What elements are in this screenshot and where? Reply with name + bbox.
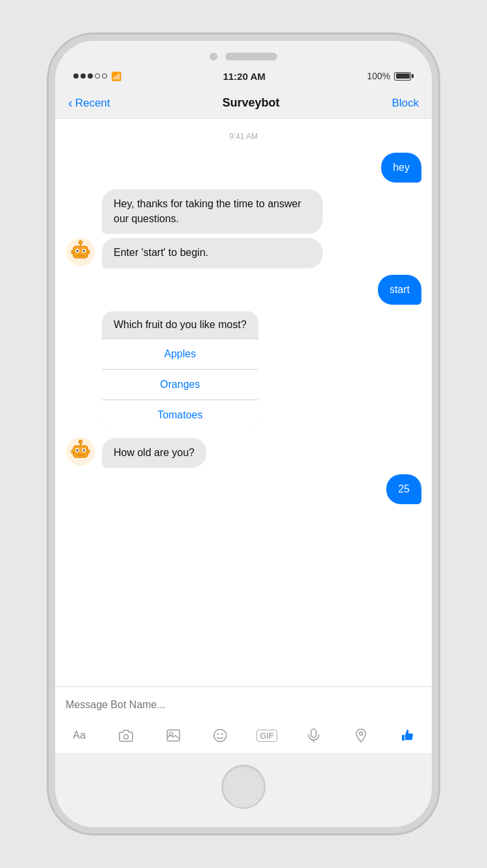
user-bubble: hey bbox=[381, 153, 421, 183]
photo-icon[interactable] bbox=[162, 724, 184, 747]
bot-bubble: How old are you? bbox=[102, 438, 206, 468]
user-bubble: 25 bbox=[386, 474, 421, 504]
svg-rect-10 bbox=[88, 250, 90, 254]
mic-icon[interactable] bbox=[303, 724, 325, 747]
back-button[interactable]: ‹ Recent bbox=[68, 96, 110, 110]
back-label: Recent bbox=[75, 97, 110, 110]
phone-frame: 📶 11:20 AM 100% ‹ Recent Surveybot Block bbox=[49, 34, 438, 834]
front-camera bbox=[210, 53, 218, 60]
svg-point-26 bbox=[217, 734, 218, 735]
svg-rect-21 bbox=[88, 450, 90, 453]
message-row: start bbox=[66, 275, 421, 305]
fruit-question: Which fruit do you like most? bbox=[102, 311, 258, 338]
status-left: 📶 bbox=[73, 71, 121, 81]
svg-rect-6 bbox=[77, 255, 84, 257]
phone-sensors bbox=[210, 53, 277, 60]
home-button[interactable] bbox=[221, 765, 266, 809]
battery-icon bbox=[394, 72, 414, 81]
svg-point-30 bbox=[359, 732, 362, 735]
svg-point-27 bbox=[221, 734, 223, 735]
phone-top: 📶 11:20 AM 100% bbox=[55, 41, 432, 90]
bot-bubbles: Hey, thanks for taking the time to answe… bbox=[102, 189, 323, 268]
svg-point-16 bbox=[83, 449, 85, 451]
bot-bubble: Hey, thanks for taking the time to answe… bbox=[102, 189, 323, 234]
bot-bubbles: How old are you? bbox=[102, 438, 206, 468]
wifi-icon: 📶 bbox=[111, 71, 121, 81]
chevron-left-icon: ‹ bbox=[68, 96, 73, 110]
status-time: 11:20 AM bbox=[223, 71, 265, 82]
svg-point-4 bbox=[77, 249, 79, 251]
fruit-card: Which fruit do you like most? Apples Ora… bbox=[102, 311, 258, 430]
message-input[interactable] bbox=[66, 693, 421, 717]
svg-rect-17 bbox=[77, 454, 84, 456]
fruit-option-apples[interactable]: Apples bbox=[102, 338, 258, 369]
location-icon[interactable] bbox=[350, 724, 372, 747]
svg-rect-31 bbox=[402, 735, 405, 741]
emoji-icon[interactable] bbox=[209, 724, 231, 747]
battery-percent: 100% bbox=[367, 71, 390, 81]
thumbsup-icon[interactable] bbox=[397, 724, 419, 747]
text-size-icon[interactable]: Aa bbox=[68, 724, 90, 747]
svg-point-5 bbox=[83, 249, 85, 251]
block-button[interactable]: Block bbox=[392, 97, 419, 110]
svg-point-22 bbox=[124, 735, 129, 739]
signal-icon bbox=[73, 73, 107, 79]
camera-icon[interactable] bbox=[115, 724, 137, 747]
bot-message-group: How old are you? bbox=[66, 437, 421, 468]
timestamp: 9:41 AM bbox=[66, 132, 421, 141]
chat-area: 9:41 AM hey bbox=[55, 119, 432, 686]
gif-icon[interactable]: GIF bbox=[256, 724, 278, 747]
svg-rect-23 bbox=[167, 730, 179, 741]
message-input-row bbox=[66, 693, 421, 722]
nav-bar: ‹ Recent Surveybot Block bbox=[55, 90, 432, 119]
svg-point-19 bbox=[79, 440, 82, 443]
svg-point-25 bbox=[214, 730, 226, 742]
bot-with-card: Which fruit do you like most? Apples Ora… bbox=[66, 311, 421, 430]
input-area: Aa bbox=[55, 686, 432, 753]
fruit-option-oranges[interactable]: Oranges bbox=[102, 369, 258, 400]
bot-avatar bbox=[66, 237, 95, 267]
svg-point-8 bbox=[79, 240, 82, 244]
status-bar: 📶 11:20 AM 100% bbox=[55, 67, 432, 85]
fruit-option-tomatoes[interactable]: Tomatoes bbox=[102, 400, 258, 430]
toolbar-row: Aa bbox=[66, 722, 421, 749]
status-right: 100% bbox=[367, 71, 414, 81]
bot-message-group: Hey, thanks for taking the time to answe… bbox=[66, 189, 421, 268]
bot-bubble: Enter 'start' to begin. bbox=[102, 238, 323, 268]
phone-bottom bbox=[55, 753, 432, 827]
message-row: 25 bbox=[66, 474, 421, 504]
svg-point-15 bbox=[77, 449, 79, 451]
svg-rect-9 bbox=[71, 250, 73, 254]
user-bubble: start bbox=[378, 275, 421, 305]
svg-rect-20 bbox=[71, 450, 73, 453]
nav-title: Surveybot bbox=[222, 96, 279, 110]
message-row: hey bbox=[66, 153, 421, 183]
speaker-grille bbox=[225, 53, 277, 60]
svg-rect-28 bbox=[311, 729, 316, 737]
bot-avatar bbox=[66, 437, 95, 466]
